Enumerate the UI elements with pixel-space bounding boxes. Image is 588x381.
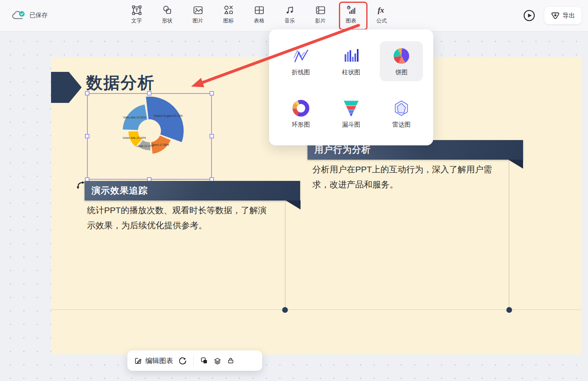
app-window: 数据分析 Search Engine-33.19%Direct-17.56%Em… xyxy=(0,0,588,381)
rose-pie-chart[interactable]: Search Engine-33.19%Direct-17.56%Email-1… xyxy=(88,94,211,179)
lock-button[interactable] xyxy=(227,356,235,365)
save-status: 已保存 xyxy=(11,10,48,20)
resize-handle-ne[interactable] xyxy=(209,91,214,96)
pie-sector-label: Search Engine-33.19% xyxy=(154,114,183,118)
pie-sector-label: Union Ads-14.44% xyxy=(122,136,146,139)
section-heading: 演示效果追踪 xyxy=(85,185,148,197)
film-icon xyxy=(315,4,326,16)
pie-chart-icon xyxy=(392,47,410,65)
svg-text:fx: fx xyxy=(378,6,384,14)
tool-icon[interactable]: 图标 xyxy=(213,3,244,29)
tool-table[interactable]: 表格 xyxy=(244,3,274,29)
radar-chart-icon xyxy=(392,99,410,117)
funnel-chart-icon xyxy=(342,99,360,117)
line-chart-icon xyxy=(292,47,310,65)
title-arrow-shape[interactable] xyxy=(51,72,82,103)
refresh-chart-button[interactable] xyxy=(178,356,187,365)
ring-chart-icon xyxy=(292,99,310,117)
icons-icon xyxy=(223,4,234,16)
tool-text[interactable]: 文字 xyxy=(121,3,152,29)
export-icon xyxy=(551,11,560,20)
resize-handle-nw[interactable] xyxy=(85,91,89,96)
tool-chart[interactable]: 图表 xyxy=(336,3,366,29)
timeline-connector xyxy=(509,160,509,310)
export-button[interactable]: 导出 xyxy=(544,7,581,24)
menu-item-pie-chart[interactable]: 饼图 xyxy=(380,41,423,81)
tool-formula[interactable]: fx 公式 xyxy=(366,3,397,29)
section-body-tracking[interactable]: 统计PPT的播放次数、观看时长等数据，了解演 示效果，为后续优化提供参考。 xyxy=(87,203,267,233)
chart-icon xyxy=(346,4,356,16)
resize-handle-n[interactable] xyxy=(147,91,151,96)
insert-tools: 文字 形状 图片 xyxy=(121,3,397,29)
copy-button[interactable] xyxy=(200,356,208,365)
header-right: 导出 xyxy=(522,0,581,31)
shapes-icon xyxy=(162,4,173,16)
pie-sector-label: Email-12.21% xyxy=(136,145,154,147)
selected-chart-frame[interactable]: Search Engine-33.19%Direct-17.56%Email-1… xyxy=(87,93,212,180)
menu-item-radar-chart[interactable]: 雷达图 xyxy=(380,94,423,134)
layers-icon xyxy=(213,356,222,365)
tool-music[interactable]: 音乐 xyxy=(274,3,305,29)
timeline-connector xyxy=(285,201,285,310)
pie-sector-label: Video Ads-22.60% xyxy=(123,116,146,119)
resize-handle-e[interactable] xyxy=(209,134,214,138)
refresh-icon xyxy=(178,356,187,365)
timeline-dot xyxy=(282,307,288,313)
formula-fx-icon: fx xyxy=(376,4,387,16)
layers-button[interactable] xyxy=(213,356,222,365)
image-icon xyxy=(193,4,203,16)
menu-item-funnel-chart[interactable]: 漏斗图 xyxy=(330,94,373,134)
menu-item-line-chart[interactable]: 折线图 xyxy=(279,41,323,81)
music-note-icon xyxy=(285,4,295,16)
section-heading: 用户行为分析 xyxy=(307,144,371,156)
cloud-saved-icon xyxy=(11,10,26,20)
section-banner-tracking[interactable]: 演示效果追踪 xyxy=(85,181,300,201)
save-status-label: 已保存 xyxy=(29,11,48,19)
lock-icon xyxy=(227,356,235,365)
menu-item-bar-chart[interactable]: 柱状图 xyxy=(330,41,373,81)
tool-shape[interactable]: 形状 xyxy=(152,3,183,29)
slide-title[interactable]: 数据分析 xyxy=(86,74,155,91)
top-toolbar: 已保存 文字 形状 xyxy=(0,0,588,31)
chart-type-menu: 折线图 柱状图 饼图 xyxy=(269,29,433,145)
copy-icon xyxy=(200,356,208,365)
toolbar-divider xyxy=(193,355,194,366)
timeline-dot xyxy=(506,307,512,313)
chart-context-toolbar: 编辑图表 xyxy=(127,350,262,371)
edit-pencil-icon xyxy=(134,356,142,365)
banner-fold xyxy=(508,160,523,169)
pie-sector-label: Direct-17.56% xyxy=(151,143,169,146)
tool-video[interactable]: 影片 xyxy=(305,3,336,29)
timeline-line xyxy=(51,310,581,310)
present-button[interactable] xyxy=(522,9,536,22)
resize-handle-w[interactable] xyxy=(85,134,89,138)
edit-chart-button[interactable]: 编辑图表 xyxy=(134,356,173,365)
text-icon xyxy=(131,4,142,16)
table-icon xyxy=(254,4,265,16)
pie-sector xyxy=(146,96,184,143)
banner-fold xyxy=(286,201,301,209)
play-icon xyxy=(523,9,535,22)
menu-item-ring-chart[interactable]: 环形图 xyxy=(279,94,323,134)
section-body-behavior[interactable]: 分析用户在PPT上的互动行为，深入了解用户需 求，改进产品和服务。 xyxy=(312,162,492,192)
tool-image[interactable]: 图片 xyxy=(183,3,213,29)
bar-chart-icon xyxy=(342,47,360,65)
